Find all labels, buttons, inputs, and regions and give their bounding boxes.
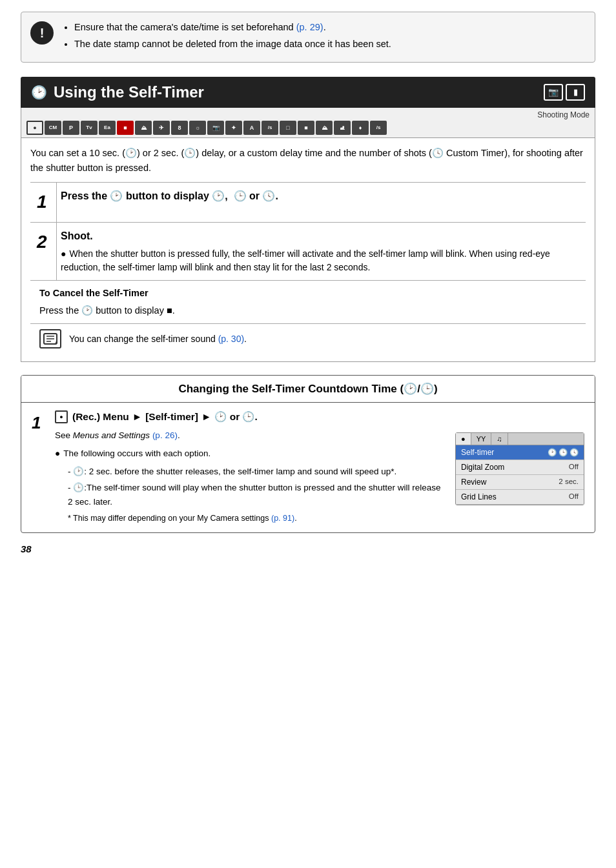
- warning-item-2: The date stamp cannot be deleted from th…: [74, 37, 391, 51]
- menu-value-review: 2 sec.: [559, 478, 579, 487]
- mode-icon-s: /s: [262, 121, 278, 135]
- mode-icon-auto: ●: [26, 121, 43, 135]
- mode-icon-square: □: [280, 121, 296, 135]
- menu-row-digitalzoom: Digital Zoom Off: [456, 460, 584, 475]
- menu-row-selftimer: Self-timer 🕑 🕒 🕓: [456, 445, 584, 460]
- note-link: (p. 30): [218, 334, 244, 344]
- warning-box: ! Ensure that the camera's date/time is …: [21, 12, 595, 63]
- countdown-step-1: 1 ● (Rec.) Menu ► [Self-timer] ► 🕑 or 🕒.…: [32, 410, 584, 525]
- menu-tab-rec: ●: [456, 433, 471, 445]
- shooting-mode-bar: Shooting Mode ● CM P Tv Ea ■ ⛰ ✈ 8 ☼ 📷 ✦…: [21, 108, 595, 138]
- mode-icon-a: A: [243, 121, 260, 135]
- mode-icon-plane: ✈: [153, 121, 170, 135]
- warning-item-1: Ensure that the camera's date/time is se…: [74, 20, 391, 34]
- asterisk-link: (p. 91): [271, 514, 294, 523]
- step-2-body: When the shutter button is pressed fully…: [61, 247, 579, 275]
- section-title: 🕑 Using the Self-Timer: [31, 83, 204, 101]
- section-title-text: Using the Self-Timer: [54, 83, 204, 101]
- main-content: You can set a 10 sec. (🕑) or 2 sec. (🕒) …: [21, 138, 595, 363]
- mode-icon-fire: ♦: [352, 121, 369, 135]
- header-mode-icons: 📷 ▮: [544, 84, 585, 101]
- step-2-row: 2 Shoot. When the shutter button is pres…: [30, 222, 586, 280]
- cancel-title: To Cancel the Self-Timer: [39, 286, 577, 301]
- page-number: 38: [21, 543, 595, 554]
- countdown-step-number: 1: [32, 410, 55, 433]
- cancel-body: Press the 🕑 button to display ■.: [39, 303, 577, 318]
- mode-icon-mountain2: ⛰: [316, 121, 333, 135]
- header-icon-camera: 📷: [544, 84, 563, 101]
- shooting-mode-label: Shooting Mode: [26, 110, 590, 119]
- step-2-content: Shoot. When the shutter button is presse…: [56, 223, 586, 280]
- note-icon: A: [39, 329, 61, 348]
- mode-icon-mountain: ⛰: [135, 121, 152, 135]
- mode-icon-cm: CM: [45, 121, 61, 135]
- header-icon-movie: ▮: [566, 84, 585, 101]
- mode-icon-red: ■: [117, 121, 134, 135]
- note-row: A You can change the self-timer sound (p…: [30, 323, 586, 354]
- countdown-title: Changing the Self-Timer Countdown Time (…: [21, 376, 595, 403]
- step-1-number: 1: [30, 183, 56, 222]
- mode-icon-tv: Tv: [81, 121, 98, 135]
- mode-icon-ski: ⛸: [334, 121, 351, 135]
- step-1-content: Press the 🕑 button to display 🕑, 🕒 or 🕓.: [56, 183, 586, 222]
- warning-link-1: (p. 29): [296, 22, 323, 32]
- see-link: (p. 26): [152, 430, 178, 440]
- mode-icon-filled-square: ■: [298, 121, 314, 135]
- mode-icon-8: 8: [171, 121, 188, 135]
- step-1-row: 1 Press the 🕑 button to display 🕑, 🕒 or …: [30, 182, 586, 222]
- countdown-body: 1 ● (Rec.) Menu ► [Self-timer] ► 🕑 or 🕒.…: [21, 403, 595, 532]
- menu-label-gridlines: Grid Lines: [461, 492, 497, 501]
- menu-value-gridlines: Off: [569, 492, 579, 501]
- arrow-2: ►: [201, 411, 211, 423]
- menu-value-selftimer: 🕑 🕒 🕓: [548, 448, 579, 457]
- countdown-step-title: ● (Rec.) Menu ► [Self-timer] ► 🕑 or 🕒.: [55, 410, 584, 423]
- menu-mockup: ● YY ♫ Self-timer 🕑 🕒 🕓 Digital Zoom Off…: [455, 432, 584, 505]
- mode-icon-ea: Ea: [99, 121, 116, 135]
- menu-row-review: Review 2 sec.: [456, 475, 584, 490]
- section-header: 🕑 Using the Self-Timer 📷 ▮: [21, 77, 595, 108]
- timer-icons: 🕑 or 🕒.: [214, 411, 257, 423]
- menu-label-review: Review: [461, 478, 486, 487]
- menu-tab-settings: YY: [471, 433, 492, 445]
- asterisk-note: * This may differ depending on your My C…: [68, 512, 584, 525]
- mode-icon-wave: ☼: [189, 121, 206, 135]
- step-2-title: Shoot.: [61, 228, 579, 245]
- warning-text: Ensure that the camera's date/time is se…: [63, 20, 391, 54]
- countdown-step-content: ● (Rec.) Menu ► [Self-timer] ► 🕑 or 🕒. ●…: [55, 410, 584, 525]
- mode-icon-s2: /s: [370, 121, 387, 135]
- rec-icon: ●: [55, 410, 68, 423]
- mode-icon-camera: 📷: [207, 121, 224, 135]
- menu-tabs: ● YY ♫: [456, 433, 584, 445]
- intro-text: You can set a 10 sec. (🕑) or 2 sec. (🕒) …: [30, 146, 586, 176]
- arrow-1: ►: [132, 411, 142, 423]
- menu-label-digitalzoom: Digital Zoom: [461, 463, 504, 472]
- menu-row-gridlines: Grid Lines Off: [456, 490, 584, 505]
- svg-text:A: A: [55, 339, 57, 345]
- menu-label-selftimer: Self-timer: [461, 448, 494, 457]
- cancel-section: To Cancel the Self-Timer Press the 🕑 but…: [30, 280, 586, 323]
- step-2-number: 2: [30, 223, 56, 280]
- mode-icon-fireworks: ✦: [225, 121, 242, 135]
- countdown-section: Changing the Self-Timer Countdown Time (…: [21, 375, 595, 533]
- note-text: You can change the self-timer sound (p. …: [69, 332, 247, 346]
- mode-icons-row: ● CM P Tv Ea ■ ⛰ ✈ 8 ☼ 📷 ✦ A /s □ ■ ⛰ ⛸ …: [26, 121, 590, 135]
- menu-value-digitalzoom: Off: [569, 463, 579, 472]
- mode-icon-p: P: [63, 121, 79, 135]
- self-timer-symbol: 🕑: [31, 85, 47, 100]
- warning-icon: !: [30, 21, 54, 45]
- menu-tab-sound: ♫: [491, 433, 508, 445]
- step-2-bullet: When the shutter button is pressed fully…: [61, 247, 579, 275]
- step-1-title: Press the 🕑 button to display 🕑, 🕒 or 🕓.: [61, 188, 579, 205]
